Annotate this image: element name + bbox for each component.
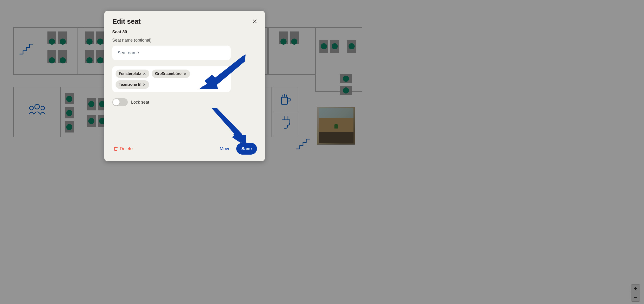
move-button[interactable]: Move — [218, 146, 232, 152]
lock-seat-label: Lock seat — [131, 100, 149, 105]
seat-name-input[interactable] — [112, 46, 231, 60]
close-icon — [143, 72, 146, 75]
lock-seat-toggle[interactable] — [112, 98, 128, 106]
save-button[interactable]: Save — [236, 143, 257, 154]
arrow-down-icon — [221, 72, 225, 76]
toggle-knob — [113, 99, 120, 106]
tag-chip: Fensterplatz — [116, 70, 149, 78]
tag-remove-button[interactable] — [184, 72, 187, 76]
tag-chip: Teamzone B — [116, 80, 149, 89]
tags-dropdown-button[interactable] — [220, 71, 226, 77]
close-button[interactable] — [251, 18, 258, 25]
modal-overlay[interactable] — [0, 0, 644, 304]
edit-seat-dialog: Edit seat Seat 30 Seat name (optional) F… — [104, 11, 265, 161]
close-icon — [253, 19, 257, 24]
tag-label: Fensterplatz — [119, 72, 141, 76]
dialog-title: Edit seat — [112, 18, 257, 25]
tag-chip: Großraumbüro — [152, 70, 190, 78]
delete-button[interactable]: Delete — [112, 146, 134, 152]
close-icon — [184, 72, 186, 75]
close-icon — [143, 83, 146, 86]
trash-icon — [114, 146, 118, 151]
tags-field[interactable]: Fensterplatz Großraumbüro Teamzone B — [112, 66, 231, 92]
seat-name-label: Seat name (optional) — [112, 38, 257, 43]
tag-remove-button[interactable] — [143, 72, 146, 76]
seat-id-label: Seat 30 — [112, 30, 257, 34]
tag-label: Teamzone B — [119, 82, 141, 87]
tag-label: Großraumbüro — [155, 72, 182, 76]
tag-remove-button[interactable] — [142, 83, 146, 86]
delete-label: Delete — [120, 146, 133, 151]
